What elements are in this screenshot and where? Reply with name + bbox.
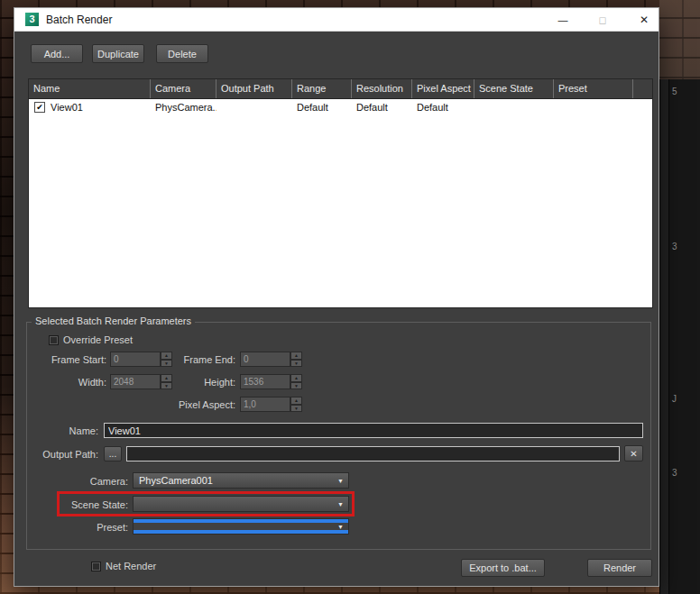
width-label: Width:	[25, 377, 106, 388]
column-header-name: Name	[29, 79, 151, 98]
override-preset-checkbox[interactable]	[49, 335, 59, 345]
preset-label: Preset:	[47, 522, 128, 533]
column-header-filler	[633, 79, 652, 98]
background-text-fragment: 3	[672, 242, 677, 251]
pixel-aspect-input	[240, 397, 290, 412]
frame-end-input	[240, 352, 290, 367]
camera-dropdown[interactable]: PhysCamera001 ▼	[133, 472, 349, 489]
pixel-aspect-label: Pixel Aspect:	[154, 399, 235, 410]
net-render-checkbox[interactable]	[91, 562, 101, 571]
frame-end-spinner: ▲ ▼	[240, 352, 303, 367]
list-item[interactable]: ✔ View01 PhysCamera... Default Default D…	[29, 99, 652, 115]
list-header: Name Camera Output Path Range Resolution…	[29, 79, 652, 99]
viewport-brick-corner	[659, 0, 700, 79]
render-button[interactable]: Render	[587, 559, 652, 577]
row-range: Default	[292, 102, 352, 113]
scene-state-dropdown[interactable]: ▼	[133, 496, 349, 512]
group-title: Selected Batch Render Parameters	[32, 315, 195, 326]
background-scroll-strip	[660, 79, 669, 594]
background-text-fragment: 5	[672, 87, 677, 96]
column-header-camera: Camera	[151, 79, 216, 98]
height-input	[240, 374, 290, 389]
spinner-up-icon: ▲	[290, 352, 302, 360]
background-text-fragment: J	[672, 394, 677, 404]
window-title: Batch Render	[46, 14, 112, 26]
name-input[interactable]	[104, 423, 643, 438]
row-resolution: Default	[352, 102, 412, 113]
height-spinner-arrows: ▲ ▼	[290, 374, 302, 389]
camera-value: PhysCamera001	[139, 475, 213, 486]
export-bat-button[interactable]: Export to .bat...	[461, 559, 545, 577]
width-input	[110, 374, 161, 389]
chevron-down-icon: ▼	[337, 501, 344, 508]
chevron-down-icon: ▼	[337, 524, 344, 531]
output-path-label: Output Path:	[23, 449, 98, 460]
column-header-resolution: Resolution	[352, 79, 412, 98]
override-preset-label: Override Preset	[63, 334, 133, 345]
row-camera: PhysCamera...	[151, 102, 216, 113]
height-spinner: ▲ ▼	[240, 374, 303, 389]
column-header-range: Range	[292, 79, 352, 98]
preset-dropdown[interactable]: ▼	[133, 518, 349, 535]
spinner-down-icon: ▼	[290, 382, 302, 390]
close-icon[interactable]: ✕	[630, 8, 659, 32]
frame-end-label: Frame End:	[154, 354, 235, 365]
duplicate-button[interactable]: Duplicate	[92, 44, 144, 63]
scene-state-label: Scene State:	[47, 499, 128, 510]
minimize-button[interactable]: —	[548, 8, 577, 32]
row-name: View01	[51, 102, 83, 113]
batch-render-list: Name Camera Output Path Range Resolution…	[28, 78, 653, 308]
row-pixel-aspect: Default	[412, 102, 474, 113]
pixel-aspect-spinner: ▲ ▼	[240, 397, 303, 412]
title-bar[interactable]: 3 Batch Render — ◻ ✕	[14, 8, 659, 32]
app-logo-icon: 3	[25, 13, 39, 26]
check-icon: ✔	[36, 103, 43, 112]
add-button[interactable]: Add...	[31, 44, 83, 63]
browse-button[interactable]: ...	[104, 446, 122, 461]
output-path-input[interactable]	[126, 446, 620, 461]
camera-label: Camera:	[47, 476, 128, 487]
column-header-pixel-aspect: Pixel Aspect	[412, 79, 474, 98]
height-label: Height:	[154, 377, 235, 388]
batch-render-dialog: 3 Batch Render — ◻ ✕ Add... Duplicate De…	[14, 7, 659, 587]
background-text-fragment: 3	[672, 468, 677, 478]
spinner-down-icon: ▼	[290, 405, 302, 413]
maximize-button: ◻	[588, 8, 617, 32]
frame-end-spinner-arrows: ▲ ▼	[290, 352, 302, 367]
column-header-output-path: Output Path	[216, 79, 292, 98]
frame-start-label: Frame Start:	[25, 354, 106, 365]
clear-output-path-button[interactable]: ✕	[624, 445, 643, 461]
frame-start-input	[110, 352, 161, 367]
spinner-up-icon: ▲	[290, 374, 302, 382]
background-side-panel: 5 3 J 3	[659, 79, 700, 594]
pixel-aspect-spinner-arrows: ▲ ▼	[290, 397, 302, 412]
chevron-down-icon: ▼	[337, 478, 344, 485]
spinner-up-icon: ▲	[290, 397, 302, 405]
delete-button[interactable]: Delete	[156, 44, 208, 63]
column-header-scene-state: Scene State	[474, 79, 554, 98]
spinner-down-icon: ▼	[290, 360, 302, 368]
row-enabled-checkbox[interactable]: ✔	[34, 102, 45, 113]
column-header-preset: Preset	[554, 79, 633, 98]
name-label: Name:	[23, 425, 98, 436]
net-render-label: Net Render	[106, 561, 156, 571]
